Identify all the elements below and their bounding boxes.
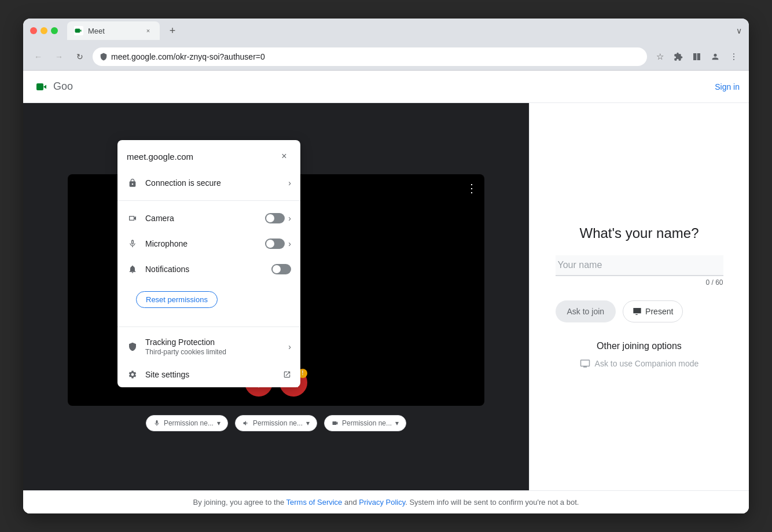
mic-permission-button[interactable]: Permission ne... ▾ [146, 415, 228, 431]
extensions-icon [674, 52, 683, 61]
speaker-permission-icon [242, 420, 249, 427]
browser-window: Meet × + ∨ ← → ↻ meet.google.com/okr-zny… [23, 19, 749, 513]
maximize-traffic-light[interactable] [51, 27, 58, 34]
privacy-policy-link[interactable]: Privacy Policy [359, 498, 405, 507]
notifications-label: Notifications [145, 265, 271, 274]
camera-popup-icon [127, 212, 138, 224]
popup-divider-1 [117, 200, 300, 201]
microphone-popup-icon [127, 238, 138, 250]
companion-mode-icon [580, 358, 590, 369]
site-settings-row[interactable]: Site settings [117, 362, 300, 387]
address-bar: ← → ↻ meet.google.com/okr-znyq-soi?authu… [23, 43, 749, 71]
external-link-icon [283, 370, 291, 379]
new-tab-button[interactable]: + [164, 23, 181, 39]
footer-text-before: By joining, you agree to the [193, 498, 286, 507]
present-icon [633, 307, 642, 316]
ask-to-join-button[interactable]: Ask to join [556, 300, 616, 322]
tracking-protection-icon [127, 341, 138, 353]
meet-header: Goo Sign in [23, 71, 749, 103]
footer-text-mid: and [342, 498, 359, 507]
sign-in-button[interactable]: Sign in [715, 82, 740, 91]
meet-logo: Goo [32, 78, 73, 96]
title-bar: Meet × + ∨ [23, 19, 749, 43]
name-input[interactable] [556, 255, 723, 276]
tracking-protection-label: Tracking Protection [145, 337, 288, 347]
minimize-traffic-light[interactable] [41, 27, 47, 34]
bookmark-button[interactable]: ☆ [652, 49, 668, 65]
meet-logo-text: Goo [53, 80, 73, 93]
tracking-protection-sub: Third-party cookies limited [145, 348, 288, 356]
svg-rect-7 [36, 83, 43, 90]
whats-your-name-title: What's your name? [579, 225, 699, 241]
traffic-lights [30, 27, 58, 34]
notifications-permission-row[interactable]: Notifications [117, 256, 300, 282]
back-button[interactable]: ← [30, 49, 46, 65]
profile-icon [711, 52, 720, 61]
video-menu-button[interactable]: ⋮ [466, 181, 477, 195]
url-text: meet.google.com/okr-znyq-soi?authuser=0 [111, 52, 640, 61]
connection-secure-row[interactable]: Connection is secure › [117, 170, 300, 196]
terms-of-service-link[interactable]: Terms of Service [286, 498, 343, 507]
camera-toggle[interactable] [265, 213, 285, 223]
camera-chevron-icon: › [288, 214, 291, 223]
notifications-popup-icon [127, 263, 138, 275]
microphone-permission-row[interactable]: Microphone › [117, 231, 300, 256]
split-view-button[interactable] [689, 49, 705, 65]
tracking-protection-row[interactable]: Tracking Protection Third-party cookies … [117, 332, 300, 362]
popup-header: meet.google.com × [117, 140, 300, 170]
url-bar[interactable]: meet.google.com/okr-znyq-soi?authuser=0 [93, 47, 647, 66]
name-input-container: 0 / 60 [556, 255, 723, 287]
close-traffic-light[interactable] [30, 27, 37, 34]
active-tab[interactable]: Meet × [67, 21, 160, 40]
tab-title-text: Meet [88, 27, 139, 35]
companion-mode-option[interactable]: Ask to use Companion mode [580, 358, 699, 369]
tab-favicon [74, 26, 83, 35]
popup-close-button[interactable]: × [277, 149, 291, 163]
notifications-toggle[interactable] [271, 264, 291, 274]
camera-label: Camera [145, 214, 265, 223]
mic-permission-icon [153, 420, 160, 427]
join-buttons: Ask to join Present [556, 300, 723, 322]
speaker-permission-button[interactable]: Permission ne... ▾ [235, 415, 317, 431]
reset-permissions-container: Reset permissions [117, 282, 300, 322]
microphone-toggle[interactable] [265, 239, 285, 249]
toolbar-icons: ☆ [652, 49, 742, 65]
permission-bar: Permission ne... ▾ Permission ne... ▾ Pe… [146, 415, 406, 431]
google-meet-logo-icon [32, 78, 51, 96]
split-view-icon [692, 52, 701, 61]
site-info-popup: meet.google.com × Connection is secure › [117, 140, 300, 387]
svg-rect-1 [75, 29, 80, 32]
right-panel: What's your name? 0 / 60 Ask to join Pre… [529, 103, 749, 490]
connection-secure-label: Connection is secure [145, 178, 288, 188]
reset-permissions-button[interactable]: Reset permissions [136, 291, 218, 308]
menu-button[interactable] [726, 49, 742, 65]
svg-point-3 [733, 53, 734, 54]
svg-point-4 [733, 56, 734, 57]
profile-button[interactable] [707, 49, 723, 65]
camera-permission-icon [332, 420, 339, 427]
forward-button[interactable]: → [51, 49, 67, 65]
popup-title: meet.google.com [127, 152, 193, 162]
refresh-button[interactable]: ↻ [72, 49, 88, 65]
meet-footer: By joining, you agree to the Terms of Se… [23, 490, 749, 513]
microphone-label: Microphone [145, 239, 265, 248]
footer-text-after: . System info will be sent to confirm yo… [405, 498, 579, 507]
dropdown-arrow[interactable]: ∨ [736, 26, 742, 35]
camera-permission-button[interactable]: Permission ne... ▾ [324, 415, 406, 431]
other-options-title: Other joining options [597, 341, 682, 351]
site-settings-icon [127, 369, 138, 380]
connection-chevron-icon: › [288, 178, 291, 188]
present-button[interactable]: Present [623, 300, 683, 322]
tracking-chevron-icon: › [288, 342, 291, 351]
lock-icon [127, 177, 138, 189]
security-icon [100, 53, 108, 61]
page-content: Goo Sign in ⋮ ! [23, 71, 749, 513]
site-settings-label: Site settings [145, 370, 283, 379]
extensions-button[interactable] [670, 49, 686, 65]
kebab-menu-icon [729, 52, 738, 61]
name-counter: 0 / 60 [556, 278, 723, 287]
svg-point-5 [733, 58, 734, 60]
microphone-chevron-icon: › [288, 239, 291, 248]
tab-close-button[interactable]: × [144, 26, 153, 35]
camera-permission-row[interactable]: Camera › [117, 206, 300, 231]
